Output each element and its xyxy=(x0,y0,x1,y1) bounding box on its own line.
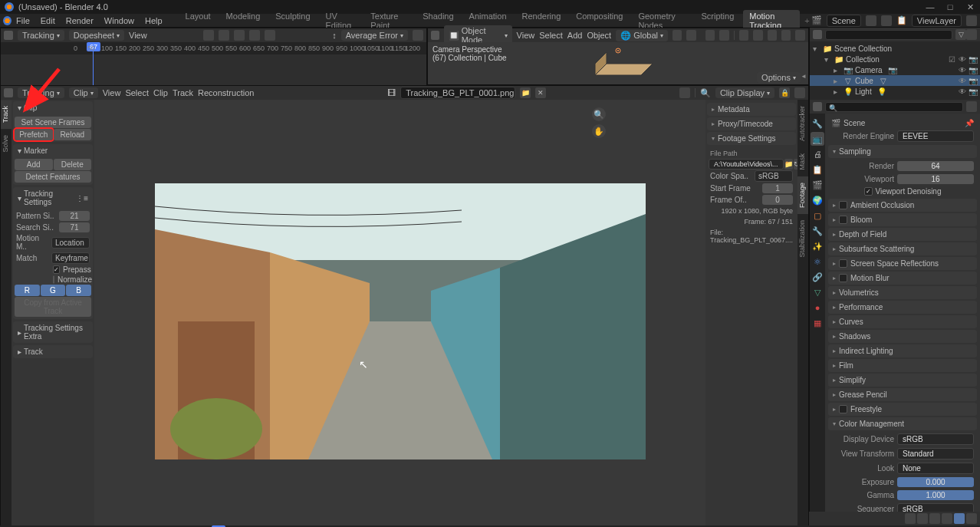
footage-panel-header[interactable]: ▾Footage Settings xyxy=(707,132,796,145)
panel-checkbox[interactable] xyxy=(839,216,847,224)
filter-button[interactable] xyxy=(954,513,965,524)
clip-display-dropdown[interactable]: Clip Display▾ xyxy=(715,87,774,98)
eye-icon[interactable]: 👁 xyxy=(959,77,967,85)
display-device-select[interactable]: sRGB xyxy=(897,433,974,445)
collapse-icon[interactable]: ◄ xyxy=(801,73,807,80)
tool-tab[interactable]: 🔧 xyxy=(811,117,824,130)
indirect-lighting-panel-header[interactable]: ▸Indirect Lighting xyxy=(828,344,977,357)
panel-checkbox[interactable] xyxy=(839,405,847,413)
pan-gizmo[interactable]: ✋ xyxy=(592,124,606,138)
help-menu[interactable]: Help xyxy=(145,16,163,25)
proportional-button[interactable] xyxy=(686,30,696,41)
clip-menu[interactable]: Clip xyxy=(153,88,168,97)
tree-row-camera[interactable]: ▸📷Camera📷👁📷 xyxy=(810,64,980,75)
render-icon[interactable]: 📷 xyxy=(968,77,977,85)
editor-type-selector[interactable] xyxy=(813,30,822,39)
render-tab[interactable]: 📺 xyxy=(811,132,824,146)
tree-row-light[interactable]: ▸💡Light💡👁📷 xyxy=(810,86,980,97)
render-icon[interactable]: 📷 xyxy=(968,66,977,74)
pivot-button[interactable] xyxy=(679,87,690,98)
maximize-button[interactable]: □ xyxy=(945,2,955,12)
scene-tab[interactable]: 🎬 xyxy=(811,178,824,192)
detect-features-button[interactable]: Detect Features xyxy=(15,171,91,183)
object-menu[interactable]: Object xyxy=(587,31,611,40)
particles-tab[interactable]: ✨ xyxy=(811,239,824,253)
motion-model-select[interactable]: Location xyxy=(51,237,90,249)
new-viewlayer-button[interactable] xyxy=(966,15,977,26)
scene-selector[interactable]: Scene xyxy=(827,15,861,27)
footage-side-tab[interactable]: Footage xyxy=(797,176,808,214)
b-channel-button[interactable]: B xyxy=(66,285,91,296)
shadows-panel-header[interactable]: ▸Shadows xyxy=(828,330,977,343)
tool-icon[interactable] xyxy=(234,30,245,41)
texture-tab[interactable]: ▦ xyxy=(811,316,824,330)
eye-icon[interactable]: 👁 xyxy=(959,87,967,96)
tree-row-scene-collection[interactable]: ▾📁 Scene Collection xyxy=(810,43,980,54)
zoom-gizmo[interactable]: 🔍 xyxy=(592,107,606,121)
tree-row-cube[interactable]: ▸▽Cube▽👁📷 xyxy=(810,75,980,86)
clip-view[interactable]: ↖ 🔍 ✋ xyxy=(94,100,705,527)
dopesheet-mode-dropdown[interactable]: Dopesheet▾ xyxy=(69,30,124,41)
render-samples-field[interactable]: 64 xyxy=(897,161,974,171)
eye-icon[interactable]: 👁 xyxy=(959,66,967,74)
filter-button[interactable] xyxy=(966,513,977,524)
filter-button[interactable]: ▽ xyxy=(955,29,966,40)
tracking-extra-panel-header[interactable]: ▸Tracking Settings Extra xyxy=(13,321,93,343)
panel-checkbox[interactable] xyxy=(839,274,847,282)
breadcrumb[interactable]: Scene xyxy=(844,119,865,127)
viewport-denoising-checkbox[interactable] xyxy=(864,187,873,196)
edit-menu[interactable]: Edit xyxy=(41,16,55,25)
snap-button[interactable] xyxy=(673,30,682,41)
depth-of-field-panel-header[interactable]: ▸Depth of Field xyxy=(828,228,977,241)
performance-panel-header[interactable]: ▸Performance xyxy=(828,301,977,314)
prefetch-button[interactable]: Prefetch xyxy=(15,129,53,140)
world-tab[interactable]: 🌍 xyxy=(811,193,824,207)
search-size-field[interactable]: 71 xyxy=(59,222,90,232)
wireframe-shading[interactable] xyxy=(753,30,762,41)
editor-type-selector[interactable] xyxy=(431,31,439,40)
autotracker-side-tab[interactable]: Autotracker xyxy=(797,100,808,147)
options-button[interactable] xyxy=(966,101,977,112)
bloom-panel-header[interactable]: ▸Bloom xyxy=(828,213,977,226)
exclude-icon[interactable]: ☑ xyxy=(949,55,957,64)
tracking-dropdown[interactable]: Tracking▾ xyxy=(18,87,64,98)
film-panel-header[interactable]: ▸Film xyxy=(828,359,977,372)
color-mgmt-panel-header[interactable]: ▾Color Management xyxy=(828,417,977,430)
track-menu[interactable]: Track xyxy=(173,88,193,97)
view-menu[interactable]: View xyxy=(517,31,535,40)
mask-side-tab[interactable]: Mask xyxy=(797,147,808,176)
motion-blur-panel-header[interactable]: ▸Motion Blur xyxy=(828,272,977,285)
clip-panel-header[interactable]: ▾Clip xyxy=(13,101,93,114)
add-menu[interactable]: Add xyxy=(567,31,583,40)
outliner-search[interactable] xyxy=(825,30,952,40)
invert-button[interactable] xyxy=(413,30,423,41)
tool-icon[interactable] xyxy=(219,30,229,41)
constraints-tab[interactable]: 🔗 xyxy=(811,270,824,284)
subsurface-scattering-panel-header[interactable]: ▸Subsurface Scattering xyxy=(828,242,977,255)
tracking-mode-dropdown[interactable]: Tracking▾ xyxy=(18,30,64,41)
options-dropdown[interactable]: Options ▾ xyxy=(757,72,801,83)
reload-button[interactable]: Reload xyxy=(54,129,92,140)
filter-dropdown[interactable]: Average Error▾ xyxy=(341,30,408,41)
pattern-size-field[interactable]: 21 xyxy=(59,211,90,221)
view-menu[interactable]: View xyxy=(103,88,121,97)
delete-scene-button[interactable] xyxy=(881,15,892,26)
orientation-dropdown[interactable]: 🌐 Global▾ xyxy=(616,30,668,41)
add-workspace-button[interactable]: + xyxy=(804,16,809,25)
proxy-panel-header[interactable]: ▸Proxy/Timecode xyxy=(707,117,796,130)
view-transform-select[interactable]: Standard xyxy=(897,448,974,459)
track-side-tab[interactable]: Track xyxy=(1,100,12,129)
pin-icon[interactable]: 📌 xyxy=(965,119,974,127)
unlink-clip-button[interactable]: ✕ xyxy=(535,87,546,98)
solve-side-tab[interactable]: Solve xyxy=(1,129,12,159)
close-button[interactable]: ✕ xyxy=(965,2,975,12)
tool-icon[interactable] xyxy=(249,30,260,41)
open-clip-button[interactable]: 📁 xyxy=(520,87,531,98)
view-menu[interactable]: View xyxy=(129,31,147,40)
viewlayer-tab[interactable]: 📋 xyxy=(811,163,824,176)
minimize-button[interactable]: — xyxy=(925,2,936,12)
select-menu[interactable]: Select xyxy=(539,31,563,40)
filter-button[interactable] xyxy=(917,513,928,524)
gamma-field[interactable]: 1.000 xyxy=(897,490,974,500)
material-shading[interactable] xyxy=(781,30,791,41)
